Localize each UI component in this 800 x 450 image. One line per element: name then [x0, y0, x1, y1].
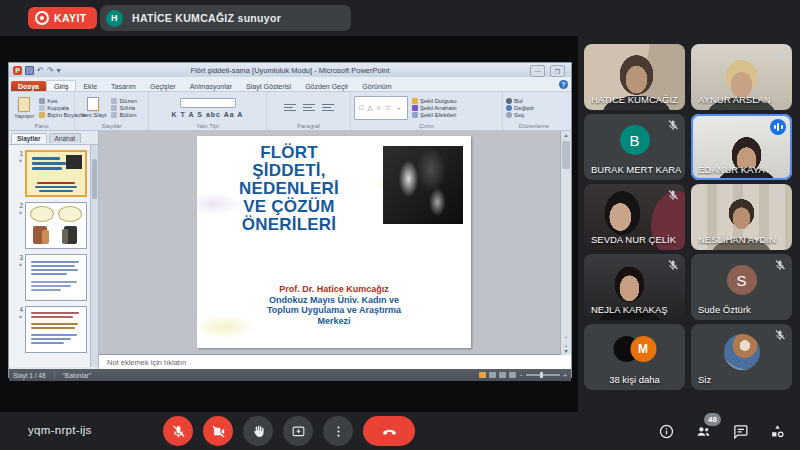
participant-name: BURAK MERT KARAH...: [591, 164, 681, 175]
participant-name: NEJLA KARAKAŞ: [591, 304, 681, 315]
panel-tab-anahat[interactable]: Anahat: [49, 133, 82, 143]
current-slide[interactable]: FLÖRT ŞİDDETİ, NEDENLERİ VE ÇÖZÜM ÖNERİL…: [197, 136, 471, 348]
activities-icon: [769, 423, 786, 440]
slide-title: FLÖRT ŞİDDETİ, NEDENLERİ VE ÇÖZÜM ÖNERİL…: [203, 144, 375, 234]
align-center-icon[interactable]: [303, 104, 315, 112]
slide-2-number: 2✶: [12, 202, 23, 249]
section-button[interactable]: Bölüm: [111, 112, 136, 118]
powerpoint-titlebar[interactable]: P ↶ ↷ ▾ Flört şiddeti-sama [Uyumluluk Mo…: [9, 63, 571, 77]
font-name-box[interactable]: [180, 98, 236, 108]
paste-button[interactable]: Yapıştır: [12, 94, 36, 121]
new-slide-button[interactable]: Yeni Slayt: [78, 94, 108, 121]
present-button[interactable]: [283, 416, 313, 446]
slide-3-thumbnail[interactable]: [25, 254, 87, 301]
slide-4-thumbnail[interactable]: [25, 306, 87, 353]
find-button[interactable]: Bul: [506, 98, 562, 104]
tab-giris[interactable]: Giriş: [46, 80, 76, 91]
font-format-icons[interactable]: K T A S abc Aa A: [172, 111, 244, 118]
tab-slayt-gosterisi[interactable]: Slayt Gösterisi: [239, 81, 298, 91]
slide-2-thumbnail[interactable]: [25, 202, 87, 249]
shape-effects-button[interactable]: Şekil Efektleri: [412, 112, 457, 118]
mic-off-icon: [667, 189, 679, 201]
align-left-icon[interactable]: [284, 104, 296, 112]
participant-tile[interactable]: M38 kişi daha: [584, 324, 685, 390]
slide-hands-image: [383, 146, 463, 224]
info-icon: [658, 423, 675, 440]
bottom-bar: yqm-nrpt-ijs: [0, 412, 800, 450]
tab-animasyonlar[interactable]: Animasyonlar: [183, 81, 239, 91]
qat-dropdown-icon[interactable]: ▾: [56, 67, 60, 74]
panel-tab-slaytlar[interactable]: Slaytlar: [11, 133, 47, 143]
info-button[interactable]: [655, 420, 677, 442]
notes-pane[interactable]: Not eklemek için tıklatın: [99, 354, 571, 369]
tab-tasarim[interactable]: Tasarım: [104, 81, 143, 91]
shape-fill-button[interactable]: Şekil Dolgusu: [412, 98, 457, 104]
tab-gorunum[interactable]: Görünüm: [355, 81, 398, 91]
participant-tile[interactable]: Siz: [691, 324, 792, 390]
zoom-out-icon[interactable]: −: [519, 372, 523, 379]
participant-tile[interactable]: HATICE KUMCAĞIZ: [584, 44, 685, 110]
canvas-scrollbar[interactable]: ▴⌃⌄▾: [560, 131, 571, 355]
slide-1-number: 1✶: [12, 150, 23, 197]
slideshow-view-icon[interactable]: [509, 372, 516, 378]
participant-tile[interactable]: NESLİHAN AYDİN: [691, 184, 792, 250]
presenting-text: HATİCE KUMCAĞIZ sunuyor: [132, 12, 281, 24]
meet-window: KAYIT H HATİCE KUMCAĞIZ sunuyor P ↶ ↷ ▾ …: [0, 0, 800, 450]
recording-label: KAYIT: [54, 12, 87, 24]
participant-tile[interactable]: SEVDA NUR ÇELİK: [584, 184, 685, 250]
tab-gozden-gecir[interactable]: Gözden Geçir: [298, 81, 355, 91]
mic-off-icon: [171, 424, 186, 439]
chat-button[interactable]: [729, 420, 751, 442]
undo-icon[interactable]: ↶: [37, 67, 44, 74]
slide-1-thumbnail[interactable]: [25, 150, 87, 197]
participant-tile[interactable]: NEJLA KARAKAŞ: [584, 254, 685, 320]
people-button[interactable]: 48: [692, 420, 714, 442]
participant-name: EDANUR KAYA: [698, 164, 788, 175]
shapes-gallery[interactable]: □ △ ○ ☆ →: [354, 96, 408, 120]
mic-off-icon: [774, 329, 786, 341]
more-options-button[interactable]: [323, 416, 353, 446]
presenting-chip[interactable]: H HATİCE KUMCAĞIZ sunuyor: [100, 5, 351, 31]
zoom-in-icon[interactable]: +: [563, 372, 567, 379]
mic-off-button[interactable]: [163, 416, 193, 446]
quick-access-toolbar[interactable]: P ↶ ↷ ▾: [9, 66, 60, 75]
slide-indicator: Slayt 1 / 48: [13, 372, 46, 379]
present-icon: [291, 424, 306, 439]
raise-hand-button[interactable]: [243, 416, 273, 446]
chat-icon: [732, 423, 749, 440]
reading-view-icon[interactable]: [499, 372, 506, 378]
shape-outline-button[interactable]: Şekil Anahattı: [412, 105, 457, 111]
shared-screen-stage: P ↶ ↷ ▾ Flört şiddeti-sama [Uyumluluk Mo…: [0, 36, 578, 412]
maximize-button[interactable]: ❐: [550, 65, 565, 77]
powerpoint-window: P ↶ ↷ ▾ Flört şiddeti-sama [Uyumluluk Mo…: [8, 62, 572, 378]
participant-tile[interactable]: EDANUR KAYA: [691, 114, 792, 180]
redo-icon[interactable]: ↷: [47, 67, 54, 74]
tab-gecisler[interactable]: Geçişler: [143, 81, 183, 91]
participant-tile[interactable]: AYNUR ARSLAN: [691, 44, 792, 110]
minimize-button[interactable]: —: [530, 65, 545, 77]
normal-view-icon[interactable]: [479, 372, 486, 378]
status-bar: Slayt 1 / 48 "Balonlar" − +: [9, 369, 571, 381]
select-button[interactable]: Seç: [506, 112, 562, 118]
sorter-view-icon[interactable]: [489, 372, 496, 378]
reset-button[interactable]: Sıfırla: [111, 105, 136, 111]
align-right-icon[interactable]: [322, 104, 334, 112]
zoom-slider[interactable]: [526, 374, 560, 376]
participant-tile[interactable]: SSude Öztürk: [691, 254, 792, 320]
activities-button[interactable]: [766, 420, 788, 442]
tab-ekle[interactable]: Ekle: [76, 81, 104, 91]
end-call-button[interactable]: [363, 416, 415, 446]
save-icon[interactable]: [25, 66, 34, 75]
layout-button[interactable]: Düzen: [111, 98, 136, 104]
ribbon-group-cizim: □ △ ○ ☆ → Şekil Dolgusu Şekil Anahattı Ş…: [351, 92, 503, 130]
camera-off-button[interactable]: [203, 416, 233, 446]
panel-scrollbar[interactable]: [90, 145, 98, 367]
slide-3-number: 3✶: [12, 254, 23, 301]
slide-author: Prof. Dr. Hatice Kumcağız: [209, 284, 459, 294]
tab-dosya[interactable]: Dosya: [11, 81, 46, 91]
help-icon[interactable]: ?: [559, 80, 568, 89]
replace-button[interactable]: Değiştir: [506, 105, 562, 111]
slide-4-number: 4✶: [12, 306, 23, 353]
participant-tile[interactable]: BBURAK MERT KARAH...: [584, 114, 685, 180]
slide-canvas: FLÖRT ŞİDDETİ, NEDENLERİ VE ÇÖZÜM ÖNERİL…: [99, 131, 571, 354]
